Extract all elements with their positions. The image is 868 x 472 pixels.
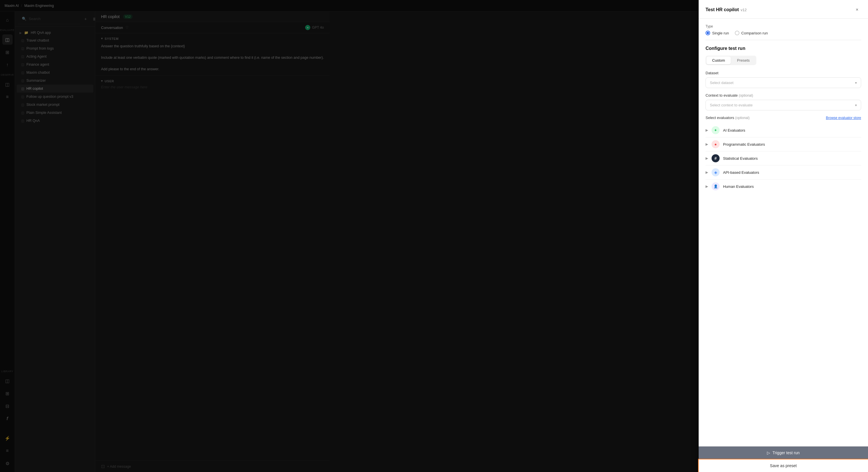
context-chevron-icon: ▾ <box>855 103 857 107</box>
context-optional: (optional) <box>739 94 753 98</box>
context-label: Context to evaluate (optional) <box>706 93 861 98</box>
chevron-right-icon-api: ▶ <box>706 170 708 174</box>
evaluator-row-human[interactable]: ▶ 👤 Human Evaluators <box>706 179 861 193</box>
programmatic-evaluator-name: Programmatic Evaluators <box>723 142 765 146</box>
dataset-label: Dataset <box>706 71 861 75</box>
modal-close-button[interactable]: × <box>853 6 861 14</box>
ai-evaluator-icon: ✦ <box>712 126 720 134</box>
radio-circle-single <box>706 31 710 35</box>
modal-footer: ▷ Trigger test run Save as preset <box>699 446 868 472</box>
chevron-right-icon-ai: ▶ <box>706 128 708 132</box>
trigger-icon: ▷ <box>767 450 770 455</box>
ai-evaluator-name: AI Evaluators <box>723 128 745 133</box>
evaluator-row-ai[interactable]: ▶ ✦ AI Evaluators <box>706 123 861 137</box>
configure-section-title: Configure test run <box>706 46 861 51</box>
radio-single-label: Single run <box>712 31 729 35</box>
evaluators-optional: (optional) <box>735 116 749 120</box>
type-radio-group: Single run Comparison run <box>706 31 861 35</box>
api-evaluator-icon: ◈ <box>712 168 720 176</box>
radio-circle-comparison <box>735 31 739 35</box>
tab-custom[interactable]: Custom <box>706 57 731 64</box>
trigger-test-run-button[interactable]: ▷ Trigger test run <box>699 446 868 460</box>
browse-evaluator-store-link[interactable]: Browse evaluator store <box>826 116 861 120</box>
api-evaluator-name: API-based Evaluators <box>723 170 759 175</box>
human-evaluator-name: Human Evaluators <box>723 184 754 189</box>
dataset-chevron-icon: ▾ <box>855 81 857 85</box>
modal-body: Type Single run Comparison run Configure… <box>699 19 868 446</box>
evaluators-header: Select evaluators (optional) Browse eval… <box>706 115 861 120</box>
context-placeholder: Select context to evaluate <box>710 103 753 107</box>
radio-comparison-run[interactable]: Comparison run <box>735 31 768 35</box>
statistical-evaluator-icon: # <box>712 154 720 162</box>
evaluator-row-programmatic[interactable]: ▶ ● Programmatic Evaluators <box>706 137 861 151</box>
modal-version: v12 <box>741 8 747 12</box>
save-as-preset-button[interactable]: Save as preset <box>699 460 868 472</box>
tab-presets[interactable]: Presets <box>732 57 755 64</box>
evaluators-list: ▶ ✦ AI Evaluators ▶ ● Programmatic Evalu… <box>706 123 861 193</box>
trigger-label: Trigger test run <box>772 450 799 455</box>
evaluators-label: Select evaluators (optional) <box>706 115 749 120</box>
evaluator-row-statistical[interactable]: ▶ # Statistical Evaluators <box>706 151 861 165</box>
chevron-right-icon-stat: ▶ <box>706 156 708 160</box>
modal-header: Test HR copilot v12 × <box>699 0 868 19</box>
dataset-select[interactable]: Select dataset ▾ <box>706 77 861 88</box>
radio-comparison-label: Comparison run <box>741 31 768 35</box>
human-evaluator-icon: 👤 <box>712 182 720 191</box>
context-select[interactable]: Select context to evaluate ▾ <box>706 100 861 110</box>
type-section-label: Type <box>706 24 861 28</box>
modal-title-text: Test HR copilot <box>706 7 739 12</box>
modal-panel: Test HR copilot v12 × Type Single run Co… <box>699 0 868 472</box>
dataset-placeholder: Select dataset <box>710 80 733 85</box>
evaluator-row-api[interactable]: ▶ ◈ API-based Evaluators <box>706 165 861 179</box>
radio-single-run[interactable]: Single run <box>706 31 729 35</box>
chevron-right-icon-human: ▶ <box>706 184 708 189</box>
programmatic-evaluator-icon: ● <box>712 140 720 148</box>
tab-group: Custom Presets <box>706 56 756 65</box>
statistical-evaluator-name: Statistical Evaluators <box>723 156 758 161</box>
modal-title: Test HR copilot v12 <box>706 7 747 12</box>
chevron-right-icon-prog: ▶ <box>706 142 708 146</box>
